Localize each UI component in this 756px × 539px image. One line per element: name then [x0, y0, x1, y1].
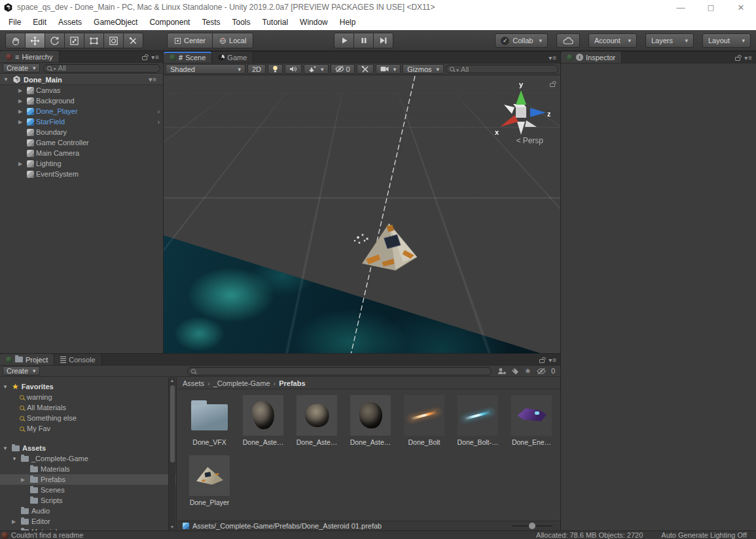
- asset-thumbnail-player[interactable]: [189, 455, 230, 496]
- scale-tool[interactable]: [64, 33, 84, 48]
- pivot-local-button[interactable]: Local: [212, 33, 253, 48]
- project-search-input[interactable]: [187, 367, 492, 375]
- breadcrumb-complete-game[interactable]: _Complete-Game: [213, 379, 270, 387]
- hierarchy-item[interactable]: Lighting: [0, 158, 163, 169]
- tree-folder-prefabs[interactable]: Prefabs: [0, 474, 176, 485]
- tab-project[interactable]: Project: [0, 354, 54, 365]
- shading-mode-dropdown[interactable]: Shaded: [166, 64, 245, 74]
- account-dropdown[interactable]: Account: [588, 33, 637, 48]
- prefab-open-arrow-icon[interactable]: [158, 108, 160, 115]
- panel-menu-icon[interactable]: [151, 54, 160, 61]
- pivot-center-button[interactable]: Center: [167, 33, 213, 48]
- axis-z-label[interactable]: z: [547, 110, 551, 118]
- tree-folder-assets[interactable]: Assets: [0, 443, 176, 453]
- hierarchy-item[interactable]: Done_Player: [0, 106, 163, 116]
- prefab-open-arrow-icon[interactable]: [158, 118, 160, 126]
- transform-tool[interactable]: [103, 33, 124, 48]
- scene-tools-button[interactable]: [357, 64, 374, 74]
- lock-icon[interactable]: [539, 359, 545, 363]
- expand-arrow-icon[interactable]: [18, 88, 25, 94]
- hierarchy-item[interactable]: Game Controller: [0, 137, 163, 148]
- menu-item-help[interactable]: Help: [334, 18, 362, 27]
- asset-item-done-aste-[interactable]: Done_Aste…: [294, 395, 340, 446]
- tree-folder-scenes[interactable]: Scenes: [0, 485, 176, 495]
- rect-tool[interactable]: [84, 33, 104, 48]
- eye-hidden-icon[interactable]: [537, 368, 546, 375]
- slider-knob[interactable]: [529, 523, 535, 529]
- tree-folder--complete-game[interactable]: _Complete-Game: [0, 453, 176, 464]
- menu-item-gameobject[interactable]: GameObject: [88, 18, 143, 27]
- menu-item-tutorial[interactable]: Tutorial: [256, 18, 294, 27]
- scene-camera-dropdown[interactable]: [376, 64, 401, 74]
- asset-thumbnail-bolt-orange[interactable]: [404, 395, 444, 436]
- expand-arrow-icon[interactable]: [18, 109, 25, 114]
- search-by-type-icon[interactable]: [497, 368, 506, 375]
- favorites-search-icon[interactable]: [524, 366, 531, 375]
- scene-effects-dropdown[interactable]: [304, 64, 329, 74]
- menu-item-assets[interactable]: Assets: [52, 18, 88, 27]
- scene-audio-toggle[interactable]: [285, 64, 302, 74]
- tab-inspector[interactable]: Inspector: [561, 52, 622, 63]
- close-button[interactable]: ✕: [726, 0, 756, 14]
- axis-y-label[interactable]: y: [519, 80, 524, 88]
- play-button[interactable]: [334, 33, 354, 48]
- menu-item-tools[interactable]: Tools: [226, 18, 256, 27]
- asset-thumbnail-asteroid1[interactable]: [243, 395, 283, 436]
- asset-item-done-bolt-[interactable]: Done_Bolt-…: [455, 395, 501, 446]
- orientation-gizmo[interactable]: y z x: [491, 80, 551, 140]
- scene-search-input[interactable]: All: [446, 65, 558, 73]
- lighting-status[interactable]: Auto Generate Lighting Off: [661, 531, 747, 539]
- expand-arrow-icon[interactable]: [3, 77, 10, 82]
- breadcrumb-prefabs[interactable]: Prefabs: [279, 379, 305, 387]
- hierarchy-item[interactable]: Boundary: [0, 127, 163, 137]
- console-status-message[interactable]: Couldn't find a readme: [11, 531, 83, 539]
- custom-tool[interactable]: [123, 33, 143, 48]
- asset-thumbnail-enemy[interactable]: [511, 395, 552, 436]
- projection-toggle[interactable]: Persp: [516, 136, 543, 145]
- menu-item-edit[interactable]: Edit: [27, 18, 52, 27]
- favorites-header[interactable]: Favorites: [0, 381, 176, 392]
- breadcrumb-assets[interactable]: Assets: [183, 379, 204, 387]
- layout-dropdown[interactable]: Layout: [702, 33, 751, 48]
- expand-arrow-icon[interactable]: [12, 456, 18, 462]
- expand-arrow-icon[interactable]: [21, 477, 27, 483]
- favorite-search-item[interactable]: All Materials: [0, 402, 176, 413]
- asset-item-done-aste-[interactable]: Done_Aste…: [240, 395, 286, 446]
- menu-item-window[interactable]: Window: [294, 18, 334, 27]
- menu-item-tests[interactable]: Tests: [196, 18, 226, 27]
- menu-item-file[interactable]: File: [3, 18, 27, 27]
- expand-arrow-icon[interactable]: [3, 384, 9, 390]
- tree-scrollbar[interactable]: ▲ ▼: [168, 377, 175, 530]
- lock-icon[interactable]: [142, 56, 147, 60]
- hierarchy-search-input[interactable]: All: [43, 64, 160, 73]
- asset-item-done-vfx[interactable]: Done_VFX: [187, 395, 232, 446]
- hand-tool[interactable]: [5, 33, 26, 48]
- collab-button[interactable]: Collab: [495, 33, 548, 48]
- tab-game[interactable]: Game: [212, 52, 253, 63]
- step-button[interactable]: [373, 33, 393, 48]
- asset-thumbnail-asteroid2[interactable]: [297, 395, 337, 436]
- gizmo-lock-icon[interactable]: [550, 83, 555, 87]
- panel-menu-icon[interactable]: [549, 356, 557, 364]
- asset-thumbnail-folder[interactable]: [189, 395, 230, 436]
- player-ship-model[interactable]: [353, 219, 422, 279]
- rotate-tool[interactable]: [45, 33, 65, 48]
- scene-options-icon[interactable]: [149, 76, 157, 83]
- tree-folder-materials[interactable]: Materials: [0, 464, 176, 474]
- scene-lighting-toggle[interactable]: [268, 64, 283, 74]
- scene-visibility-toggle[interactable]: 0: [331, 64, 355, 74]
- expand-arrow-icon[interactable]: [18, 98, 25, 104]
- maximize-button[interactable]: ◻: [696, 0, 726, 14]
- tree-folder-scripts[interactable]: Scripts: [0, 495, 176, 506]
- tab-hierarchy[interactable]: Hierarchy: [0, 51, 60, 62]
- asset-item-done-player[interactable]: Done_Player: [187, 455, 232, 506]
- asset-item-done-aste-[interactable]: Done_Aste…: [348, 395, 393, 446]
- menu-item-component[interactable]: Component: [143, 18, 196, 27]
- tree-folder-audio[interactable]: Audio: [0, 506, 176, 516]
- tab-scene[interactable]: Scene: [164, 52, 212, 63]
- favorite-search-item[interactable]: warning: [0, 392, 176, 402]
- lock-icon[interactable]: [735, 57, 740, 61]
- pause-button[interactable]: [353, 33, 374, 48]
- hierarchy-item[interactable]: StarField: [0, 116, 163, 127]
- hierarchy-create-button[interactable]: Create: [3, 63, 40, 73]
